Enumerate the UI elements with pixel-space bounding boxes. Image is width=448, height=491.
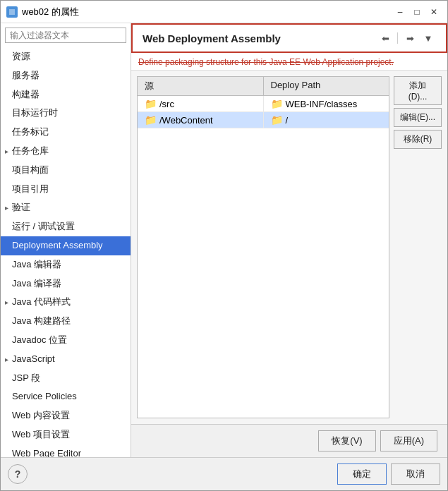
assembly-table: 源 Deploy Path 📁/src📁WEB-INF/classes📁/Web… [137, 76, 389, 418]
td-source-0: 📁/src [138, 96, 264, 111]
panel-header: Web Deployment Assembly ⬅ ➡ ▼ [131, 23, 447, 53]
nav-item-label: Service Policies [12, 391, 77, 401]
nav-item-label: 运行 / 调试设置 [12, 221, 75, 231]
bottom-bar: 恢复(V) 应用(A) [131, 424, 447, 457]
app-icon [6, 6, 18, 18]
deploy-path-label: WEB-INF/classes [286, 99, 358, 109]
panel-header-icons: ⬅ ➡ ▼ [377, 30, 436, 46]
td-deploy-path-0: 📁WEB-INF/classes [264, 96, 389, 111]
nav-item-label: 构建器 [12, 89, 40, 99]
nav-item-label: Java 编辑器 [12, 259, 61, 269]
col-deploy-path: Deploy Path [264, 77, 389, 95]
help-button[interactable]: ? [8, 464, 28, 484]
nav-item-deployment-assembly[interactable]: Deployment Assembly [1, 236, 131, 255]
nav-tree: 资源服务器构建器目标运行时任务标记▸ 任务仓库项目构面项目引用▸ 验证运行 / … [1, 47, 131, 457]
table-body: 📁/src📁WEB-INF/classes📁/WebContent📁/ [138, 96, 389, 418]
folder-icon: 📁 [271, 114, 283, 126]
folder-icon: 📁 [145, 114, 157, 126]
deploy-path-label: / [286, 115, 289, 126]
nav-item-label: 资源 [12, 51, 30, 61]
icon-separator [397, 32, 398, 44]
nav-item-project-facets[interactable]: 项目构面 [1, 161, 131, 180]
apply-button[interactable]: 应用(A) [380, 430, 437, 451]
nav-item-label: Java 代码样式 [12, 296, 71, 307]
nav-item-javadoc[interactable]: Javadoc 位置 [1, 331, 131, 350]
nav-item-label: Web 内容设置 [12, 410, 70, 420]
panel-title: Web Deployment Assembly [143, 32, 281, 44]
restore-button[interactable]: 恢复(V) [318, 430, 375, 451]
cancel-button[interactable]: 取消 [391, 463, 440, 485]
left-panel: 资源服务器构建器目标运行时任务标记▸ 任务仓库项目构面项目引用▸ 验证运行 / … [1, 23, 131, 457]
nav-item-java-build-path[interactable]: Java 构建路径 [1, 312, 131, 331]
nav-item-label: Java 构建路径 [12, 315, 71, 326]
add-button[interactable]: 添加(D)... [394, 76, 442, 105]
nav-item-server[interactable]: 服务器 [1, 66, 131, 85]
dialog-buttons: 确定 取消 [337, 463, 440, 485]
nav-item-task-tags[interactable]: 任务标记 [1, 123, 131, 142]
forward-icon-button[interactable]: ➡ [402, 30, 418, 46]
nav-item-web-content-settings[interactable]: Web 内容设置 [1, 406, 131, 425]
description-text: Define packaging structure for this Java… [131, 53, 447, 71]
nav-item-project-refs[interactable]: 项目引用 [1, 180, 131, 199]
nav-item-javascript[interactable]: ▸ JavaScript [1, 350, 131, 369]
dialog-bottom: ? 确定 取消 [1, 457, 447, 490]
nav-item-label: Java 编译器 [12, 278, 61, 289]
nav-item-target-runtime[interactable]: 目标运行时 [1, 104, 131, 123]
nav-item-label: 服务器 [12, 70, 40, 80]
td-source-1: 📁/WebContent [138, 112, 264, 128]
window-title: web02 的属性 [22, 6, 79, 18]
assembly-area: 源 Deploy Path 📁/src📁WEB-INF/classes📁/Web… [131, 71, 447, 424]
nav-item-label: 项目构面 [12, 164, 49, 175]
nav-item-label: JavaScript [12, 353, 55, 364]
window-controls: – □ ✕ [392, 4, 442, 20]
minimize-button[interactable]: – [392, 4, 408, 20]
table-header: 源 Deploy Path [138, 77, 389, 96]
nav-item-validation[interactable]: ▸ 验证 [1, 198, 131, 217]
table-row[interactable]: 📁/src📁WEB-INF/classes [138, 96, 389, 112]
assembly-row: 源 Deploy Path 📁/src📁WEB-INF/classes📁/Web… [137, 76, 442, 418]
nav-item-label: Web 项目设置 [12, 429, 70, 440]
nav-item-task-repo[interactable]: ▸ 任务仓库 [1, 142, 131, 161]
nav-item-label: JSP 段 [12, 372, 40, 383]
nav-item-jsp[interactable]: JSP 段 [1, 369, 131, 388]
title-bar: web02 的属性 – □ ✕ [1, 1, 447, 23]
td-deploy-path-1: 📁/ [264, 112, 389, 128]
nav-item-label: 验证 [12, 202, 30, 212]
nav-item-run-debug[interactable]: 运行 / 调试设置 [1, 217, 131, 236]
table-row[interactable]: 📁/WebContent📁/ [138, 112, 389, 128]
nav-item-java-editor[interactable]: Java 编辑器 [1, 255, 131, 274]
right-buttons: 添加(D)... 编辑(E)... 移除(R) [389, 76, 442, 149]
right-panel: Web Deployment Assembly ⬅ ➡ ▼ Define pac… [131, 23, 447, 457]
close-button[interactable]: ✕ [426, 4, 442, 20]
dropdown-icon-button[interactable]: ▼ [420, 30, 436, 46]
folder-icon: 📁 [145, 98, 157, 109]
edit-button[interactable]: 编辑(E)... [394, 108, 442, 127]
nav-item-java-code-style[interactable]: ▸ Java 代码样式 [1, 293, 131, 312]
back-icon-button[interactable]: ⬅ [377, 30, 393, 46]
col-source: 源 [138, 77, 264, 95]
remove-button[interactable]: 移除(R) [394, 130, 442, 149]
nav-item-web-page-editor[interactable]: Web Page Editor [1, 444, 131, 457]
nav-item-label: 任务仓库 [12, 145, 49, 156]
nav-item-label: Javadoc 位置 [12, 334, 67, 345]
nav-item-java-compiler[interactable]: Java 编译器 [1, 274, 131, 293]
maximize-button[interactable]: □ [409, 4, 425, 20]
svg-rect-1 [9, 9, 15, 15]
nav-item-label: 任务标记 [12, 126, 49, 137]
nav-item-label: Deployment Assembly [12, 240, 103, 250]
source-label: /WebContent [159, 115, 213, 126]
nav-item-label: 项目引用 [12, 183, 49, 194]
nav-item-web-project-settings[interactable]: Web 项目设置 [1, 425, 131, 444]
main-content: 资源服务器构建器目标运行时任务标记▸ 任务仓库项目构面项目引用▸ 验证运行 / … [1, 23, 447, 457]
filter-input[interactable] [5, 28, 126, 43]
confirm-button[interactable]: 确定 [337, 463, 387, 485]
folder-icon: 📁 [271, 98, 283, 109]
source-label: /src [159, 99, 174, 109]
nav-item-resources[interactable]: 资源 [1, 47, 131, 66]
nav-item-service-policies[interactable]: Service Policies [1, 387, 131, 406]
nav-item-label: Web Page Editor [12, 448, 81, 457]
nav-item-builder[interactable]: 构建器 [1, 85, 131, 104]
nav-item-label: 目标运行时 [12, 107, 58, 118]
